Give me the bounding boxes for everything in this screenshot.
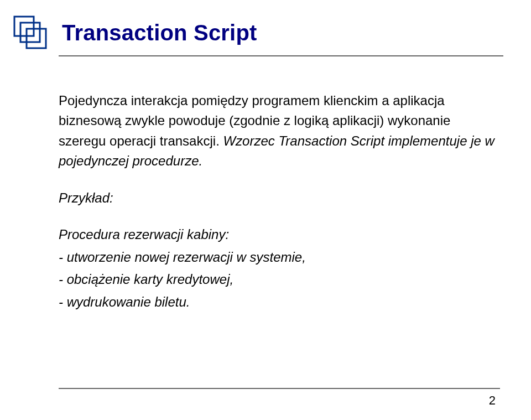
list-item: - utworzenie nowej rezerwacji w systemie… [59, 247, 497, 267]
slide-content: Pojedyncza interakcja pomiędzy programem… [59, 91, 497, 312]
page-number: 2 [31, 393, 500, 408]
list-item: - obciążenie karty kredytowej, [59, 269, 497, 289]
svg-rect-0 [14, 17, 34, 36]
procedure-label: Procedura rezerwacji kabiny: [59, 225, 497, 245]
stacked-squares-icon [11, 13, 50, 52]
svg-rect-1 [20, 23, 40, 42]
slide: Transaction Script Pojedyncza interakcja… [0, 0, 531, 420]
footer-divider [59, 388, 500, 389]
slide-header: Transaction Script [11, 13, 500, 52]
example-label: Przykład: [59, 188, 497, 208]
slide-footer: 2 [31, 388, 500, 408]
list-item: - wydrukowanie biletu. [59, 292, 497, 312]
slide-title: Transaction Script [62, 20, 257, 45]
paragraph-main: Pojedyncza interakcja pomiędzy programem… [59, 91, 497, 172]
title-divider [59, 55, 503, 56]
svg-rect-2 [27, 29, 46, 48]
